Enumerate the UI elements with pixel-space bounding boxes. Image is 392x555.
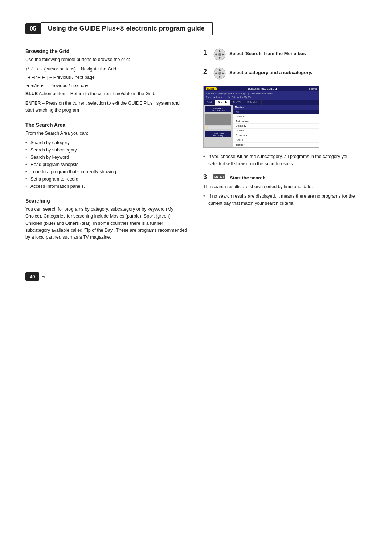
tv-menu-all: All bbox=[233, 110, 319, 114]
tv-home-label: Home bbox=[309, 87, 317, 90]
step-1-row: 1 Select 'Search' from the Menu bar. bbox=[203, 48, 367, 61]
tv-topbar: Guide+ BBC2 25-May 10:10 ▲ Home bbox=[204, 86, 319, 91]
browsing-title: Browsing the Grid bbox=[25, 48, 189, 54]
step3-body: The search results are shown sorted by t… bbox=[203, 183, 367, 190]
page-number: 40 bbox=[25, 272, 39, 281]
cursor-buttons: ↑/↓/←/→ (cursor buttons) – Navigate the … bbox=[25, 65, 189, 73]
prev-next-day: ◄◄/►► – Previous / next day bbox=[25, 82, 189, 89]
tv-menu-action: Action bbox=[233, 114, 319, 119]
step2-note-list: If you choose All as the subcategory, al… bbox=[203, 153, 367, 167]
tv-logo: Guide+ bbox=[206, 87, 217, 90]
all-bold: All bbox=[237, 154, 242, 159]
searching-title: Searching bbox=[25, 198, 189, 204]
chapter-number: 05 bbox=[25, 23, 41, 34]
tv-sidebar-brand: ⚡ bbox=[205, 126, 231, 129]
tv-screen-mockup: Guide+ BBC2 25-May 10:10 ▲ Home Search d… bbox=[203, 86, 319, 148]
dpad-icon bbox=[213, 48, 226, 61]
tv-menu-comedy: Comedy bbox=[233, 124, 319, 129]
tv-tab-search: Search bbox=[215, 100, 230, 105]
tv-menu-drama: Drama bbox=[233, 129, 319, 133]
step-3-text: Start the search. bbox=[230, 175, 267, 181]
browsing-intro: Use the following remote buttons to brow… bbox=[25, 56, 189, 63]
dpad-icon-2 bbox=[213, 67, 226, 80]
tv-sidebar-logo: Welcome toGUIDE Plus+ bbox=[205, 106, 231, 112]
bullet-info: Access Information panels. bbox=[25, 183, 189, 190]
step-2-row: 2 Select a category and a subcategory. bbox=[203, 67, 367, 80]
bullet-category: Search by category bbox=[25, 139, 189, 146]
tv-sidebar-image bbox=[205, 114, 231, 125]
content-columns: Browsing the Grid Use the following remo… bbox=[25, 48, 367, 243]
step2-note: If you choose All as the subcategory, al… bbox=[203, 153, 367, 167]
bullet-synopsis: Read program synopsis bbox=[25, 161, 189, 168]
step-2-number: 2 bbox=[203, 68, 210, 76]
step3-bullets: If no search results are displayed, it m… bbox=[203, 193, 367, 207]
searching-body: You can search for programs by category,… bbox=[25, 206, 189, 241]
tv-menu-animation: Animation bbox=[233, 119, 319, 124]
page-lang: En bbox=[41, 274, 46, 279]
tv-info-text: Search displays programme listings by ca… bbox=[204, 91, 319, 100]
tv-tabs: Grid Search My TV Schedule bbox=[204, 100, 319, 105]
tv-tab-grid: Grid bbox=[204, 100, 215, 105]
prev-next-page: |◄◄/►► | – Previous / next page bbox=[25, 74, 189, 81]
tv-menu-header: Movies bbox=[233, 105, 319, 110]
step-1-number: 1 bbox=[203, 49, 210, 57]
search-bullets: Search by category Search by subcategory… bbox=[25, 139, 189, 190]
step-3-row: 3 ENTER Start the search. bbox=[203, 173, 367, 181]
step-2-text: Select a category and a subcategory. bbox=[229, 69, 312, 76]
tv-body: Welcome toGUIDE Plus+ ⚡ One-ButtonRecord… bbox=[204, 105, 319, 147]
enter-label: ENTER bbox=[25, 101, 41, 106]
tv-tab-mytv: My TV bbox=[230, 100, 244, 105]
bullet-keyword: Search by keyword bbox=[25, 154, 189, 161]
tv-menu-romance: Romance bbox=[233, 133, 319, 138]
tv-tab-schedule: Schedule bbox=[244, 100, 262, 105]
right-column: 1 Select 'Search' from the Menu bar. 2 bbox=[203, 48, 367, 243]
tv-sidebar-recording: One-ButtonRecording bbox=[205, 131, 231, 137]
step3-no-results: If no search results are displayed, it m… bbox=[203, 193, 367, 207]
bullet-subcategory: Search by subcategory bbox=[25, 146, 189, 154]
svg-point-11 bbox=[218, 72, 221, 75]
enter-badge: ENTER bbox=[213, 174, 225, 179]
enter-text: ENTER – Press on the current selection t… bbox=[25, 100, 189, 114]
blue-label: BLUE bbox=[25, 91, 38, 96]
search-area-title: The Search Area bbox=[25, 122, 189, 128]
step-3-number: 3 bbox=[203, 173, 210, 181]
search-intro: From the Search Area you can: bbox=[25, 130, 189, 137]
tv-menu: Movies All Action Animation Comedy Drama… bbox=[233, 105, 319, 147]
chapter-title: Using the GUIDE Plus+® electronic progra… bbox=[41, 22, 213, 35]
tv-menu-thriller: Thriller bbox=[233, 143, 319, 147]
left-column: Browsing the Grid Use the following remo… bbox=[25, 48, 189, 243]
tv-menu-scifi: Sci Fi bbox=[233, 138, 319, 143]
step-1-text: Select 'Search' from the Menu bar. bbox=[229, 50, 306, 57]
tv-sidebar: Welcome toGUIDE Plus+ ⚡ One-ButtonRecord… bbox=[204, 105, 233, 147]
svg-point-5 bbox=[218, 53, 221, 56]
blue-action-text: BLUE Action button – Return to the curre… bbox=[25, 90, 189, 97]
page-footer: 40 En bbox=[25, 272, 367, 281]
tv-topbar-left: BBC2 25-May 10:10 ▲ bbox=[248, 87, 278, 90]
bullet-record: Set a program to record bbox=[25, 175, 189, 183]
bullet-tune: Tune to a program that's currently showi… bbox=[25, 168, 189, 175]
page-header: 05 Using the GUIDE Plus+® electronic pro… bbox=[25, 22, 367, 35]
